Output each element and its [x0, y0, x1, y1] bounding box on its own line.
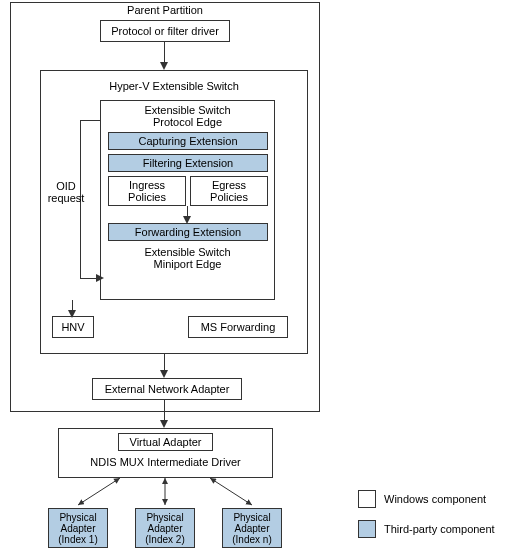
legend-thirdparty-label: Third-party component — [384, 523, 495, 535]
svg-line-0 — [78, 478, 120, 505]
virtual-adapter-box: Virtual Adapter — [118, 433, 213, 451]
arrowhead-policies-to-fwd — [183, 216, 191, 224]
parent-partition-title: Parent Partition — [10, 4, 320, 16]
legend-swatch-thirdparty — [358, 520, 376, 538]
forwarding-extension-box: Forwarding Extension — [108, 223, 268, 241]
oid-line-top-h — [80, 120, 100, 121]
ingress-policies-label: Ingress Policies — [128, 179, 166, 203]
physical-adapter-1: Physical Adapter (Index 1) — [48, 508, 108, 548]
arrowhead-stack-to-hnv — [68, 310, 76, 318]
legend-swatch-windows — [358, 490, 376, 508]
capturing-extension-box: Capturing Extension — [108, 132, 268, 150]
arrow-ext-to-mux — [164, 400, 165, 422]
ms-forwarding-label: MS Forwarding — [201, 321, 276, 333]
physical-adapter-n-label: Physical Adapter (Index n) — [232, 512, 271, 545]
arrowhead-ext-to-mux — [160, 420, 168, 428]
arrowhead-protocol-to-switch — [160, 62, 168, 70]
physical-adapter-2: Physical Adapter (Index 2) — [135, 508, 195, 548]
hnv-label: HNV — [61, 321, 84, 333]
mux-title: NDIS MUX Intermediate Driver — [58, 456, 273, 468]
physical-adapter-1-label: Physical Adapter (Index 1) — [58, 512, 97, 545]
protocol-driver-label: Protocol or filter driver — [111, 25, 219, 37]
physical-adapter-2-label: Physical Adapter (Index 2) — [145, 512, 184, 545]
oid-arrowhead — [96, 274, 104, 282]
physical-adapter-n: Physical Adapter (Index n) — [222, 508, 282, 548]
legend-windows-label: Windows component — [384, 493, 486, 505]
external-adapter-box: External Network Adapter — [92, 378, 242, 400]
forwarding-extension-label: Forwarding Extension — [135, 226, 241, 238]
arrowhead-switch-to-ext — [160, 370, 168, 378]
arrow-protocol-to-switch — [164, 42, 165, 64]
protocol-edge-label: Extensible Switch Protocol Edge — [100, 104, 275, 128]
ingress-policies-box: Ingress Policies — [108, 176, 186, 206]
miniport-edge-label: Extensible Switch Miniport Edge — [100, 246, 275, 270]
protocol-driver-box: Protocol or filter driver — [100, 20, 230, 42]
hnv-box: HNV — [52, 316, 94, 338]
filtering-extension-box: Filtering Extension — [108, 154, 268, 172]
oid-request-label: OID request — [46, 180, 86, 204]
hyperv-switch-title: Hyper-V Extensible Switch — [40, 80, 308, 92]
ms-forwarding-box: MS Forwarding — [188, 316, 288, 338]
egress-policies-box: Egress Policies — [190, 176, 268, 206]
external-adapter-label: External Network Adapter — [105, 383, 230, 395]
egress-policies-label: Egress Policies — [210, 179, 248, 203]
filtering-extension-label: Filtering Extension — [143, 157, 234, 169]
svg-line-2 — [210, 478, 252, 505]
virtual-adapter-label: Virtual Adapter — [130, 436, 202, 448]
capturing-extension-label: Capturing Extension — [138, 135, 237, 147]
